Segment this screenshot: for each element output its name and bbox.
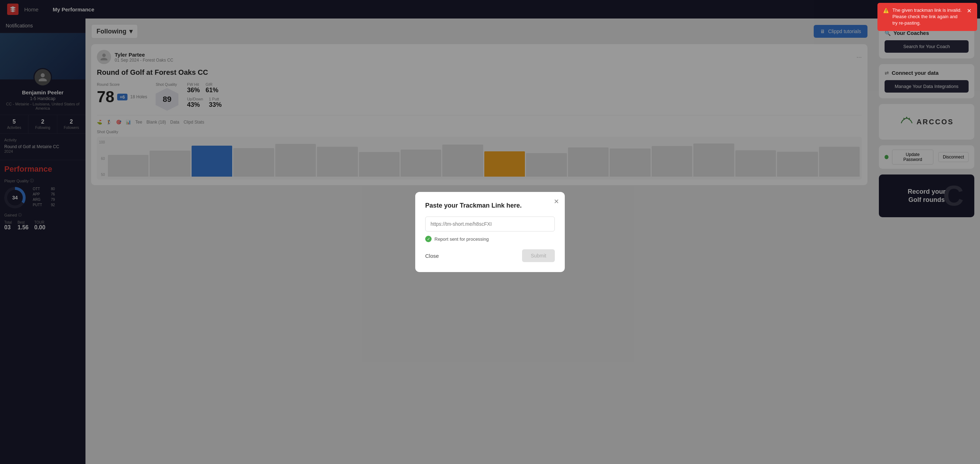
trackman-link-input[interactable] (425, 216, 555, 232)
toast-message: The given trackman link is invalid. Plea… (892, 7, 963, 27)
toast-close-icon[interactable]: ✕ (967, 7, 972, 15)
error-toast: ⚠️ The given trackman link is invalid. P… (877, 3, 977, 31)
modal-success-message: ✓ Report sent for processing (425, 236, 555, 242)
toast-warning-icon: ⚠️ (883, 8, 889, 14)
success-check-icon: ✓ (425, 236, 431, 242)
modal-title: Paste your Trackman Link here. (425, 202, 555, 210)
trackman-modal: Paste your Trackman Link here. ✕ ✓ Repor… (415, 192, 565, 272)
modal-submit-button[interactable]: Submit (522, 249, 555, 262)
modal-close-icon[interactable]: ✕ (554, 198, 559, 205)
modal-close-button[interactable]: Close (425, 253, 439, 259)
modal-overlay[interactable]: Paste your Trackman Link here. ✕ ✓ Repor… (0, 0, 980, 464)
modal-actions: Close Submit (425, 249, 555, 262)
